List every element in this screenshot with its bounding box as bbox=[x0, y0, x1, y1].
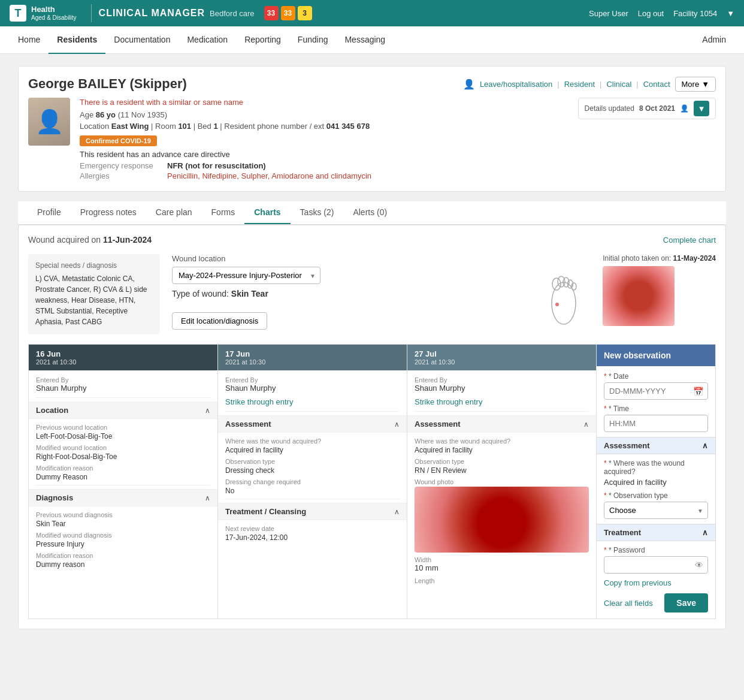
assessment-chevron-new: ∧ bbox=[702, 441, 708, 450]
nav-home[interactable]: Home bbox=[10, 26, 49, 54]
eye-icon[interactable]: 👁 bbox=[695, 560, 703, 570]
logo: T Health Aged & Disability bbox=[10, 5, 77, 22]
expand-button[interactable]: ▼ bbox=[694, 101, 709, 116]
svg-point-6 bbox=[555, 303, 559, 306]
details-updated-date: 8 Oct 2021 bbox=[639, 104, 675, 113]
new-obs-assessment-header[interactable]: Assessment ∧ bbox=[597, 437, 715, 454]
new-obs-treatment-label: Treatment ∧ bbox=[604, 528, 708, 537]
diagnosis-details-1: Previous wound diagnosis Skin Tear Modif… bbox=[36, 506, 210, 569]
clinical-link[interactable]: Clinical bbox=[606, 80, 631, 89]
badge-orange[interactable]: 33 bbox=[281, 6, 295, 20]
logo-text: Health Aged & Disability bbox=[31, 5, 77, 22]
obs-body-2: Entered By Shaun Murphy Strike through e… bbox=[218, 370, 407, 551]
wound-type: Type of wound: Skin Tear bbox=[172, 289, 525, 298]
location-section-1[interactable]: Location ∧ bbox=[29, 402, 217, 419]
assessment-details-3: Where was the wound acquired? Acquired i… bbox=[415, 433, 589, 485]
tab-alerts[interactable]: Alerts (0) bbox=[343, 201, 397, 224]
obs-type-select-wrapper[interactable]: Choose bbox=[604, 502, 708, 519]
assessment-section-3[interactable]: Assessment ∧ bbox=[407, 415, 596, 433]
resident-photo: 👤 bbox=[28, 98, 70, 146]
wound-photo-3[interactable] bbox=[415, 487, 589, 553]
nav-messaging[interactable]: Messaging bbox=[336, 26, 394, 54]
badge-yellow[interactable]: 3 bbox=[298, 6, 312, 20]
chart-section: Wound acquired on 11-Jun-2024 Complete c… bbox=[18, 225, 726, 629]
contact-link[interactable]: Contact bbox=[643, 80, 670, 89]
nav-admin[interactable]: Admin bbox=[694, 26, 734, 54]
complete-chart-link[interactable]: Complete chart bbox=[663, 236, 716, 245]
new-obs-header: New observation bbox=[597, 345, 715, 366]
resident-info-row: 👤 There is a resident with a similar or … bbox=[28, 98, 716, 182]
wound-acquired-val: Acquired in facility bbox=[604, 478, 708, 487]
resident-details: There is a resident with a similar or sa… bbox=[80, 98, 568, 182]
tab-progress-notes[interactable]: Progress notes bbox=[71, 201, 146, 224]
leave-hospitalisation-link[interactable]: Leave/hospitalisation bbox=[480, 80, 552, 89]
password-label: * Password bbox=[604, 546, 708, 554]
wound-location-select: May-2024-Pressure Injury-Posterior bbox=[172, 267, 525, 284]
resident-title-row: George BAILEY (Skipper) 👤 Leave/hospital… bbox=[28, 76, 716, 92]
tab-tasks[interactable]: Tasks (2) bbox=[291, 201, 344, 224]
tabs-bar: Profile Progress notes Care plan Forms C… bbox=[18, 201, 726, 225]
age-row: Age 86 yo (11 Nov 1935) bbox=[80, 110, 568, 119]
location-row: Location East Wing | Room 101 | Bed 1 | … bbox=[80, 122, 568, 131]
nav-funding[interactable]: Funding bbox=[289, 26, 337, 54]
initial-photo-date: 11-May-2024 bbox=[673, 254, 716, 262]
strike-through-2[interactable]: Strike through entry bbox=[225, 397, 293, 406]
details-updated-box: Details updated 8 Oct 2021 👤 ▼ bbox=[578, 98, 716, 119]
more-dropdown-icon: ▼ bbox=[701, 80, 709, 89]
facility-dropdown-icon[interactable]: ▼ bbox=[727, 9, 734, 18]
page-content: George BAILEY (Skipper) 👤 Leave/hospital… bbox=[0, 54, 744, 700]
tab-charts[interactable]: Charts bbox=[244, 201, 290, 224]
assessment-section-2[interactable]: Assessment ∧ bbox=[218, 415, 407, 433]
special-needs-text: L) CVA, Metastatic Colonic CA, Prostrate… bbox=[35, 273, 153, 327]
resident-link[interactable]: Resident bbox=[564, 80, 595, 89]
strike-through-3[interactable]: Strike through entry bbox=[415, 397, 482, 406]
clear-all-link[interactable]: Clear all fields bbox=[604, 599, 653, 608]
main-nav: Home Residents Documentation Medication … bbox=[0, 26, 744, 54]
top-bar: T Health Aged & Disability CLINICAL MANA… bbox=[0, 0, 744, 26]
wound-location-dropdown[interactable]: May-2024-Pressure Injury-Posterior bbox=[172, 267, 320, 284]
tab-profile[interactable]: Profile bbox=[28, 201, 71, 224]
assessment-chevron-2: ∧ bbox=[394, 420, 400, 429]
nav-residents[interactable]: Residents bbox=[49, 26, 105, 54]
details-updated-area: Details updated 8 Oct 2021 👤 ▼ bbox=[578, 98, 716, 182]
nav-reporting[interactable]: Reporting bbox=[236, 26, 289, 54]
edit-location-button[interactable]: Edit location/diagnosis bbox=[172, 312, 267, 330]
obs-type-label: * Observation type bbox=[604, 491, 708, 500]
new-obs-body: * Date 📅 * Time Assessment bbox=[597, 366, 715, 618]
logout-link[interactable]: Log out bbox=[638, 9, 664, 18]
obs-col-3: 27 Jul 2021 at 10:30 Entered By Shaun Mu… bbox=[407, 344, 596, 619]
diagnosis-section-1[interactable]: Diagnosis ∧ bbox=[29, 489, 217, 506]
treatment-section-2[interactable]: Treatment / Cleansing ∧ bbox=[218, 503, 407, 520]
initial-wound-photo[interactable] bbox=[603, 266, 675, 326]
wound-location-label: Wound location bbox=[172, 254, 525, 263]
obs-body-3: Entered By Shaun Murphy Strike through e… bbox=[407, 370, 596, 595]
tab-forms[interactable]: Forms bbox=[202, 201, 245, 224]
password-input[interactable] bbox=[604, 556, 708, 574]
nav-divider bbox=[91, 4, 92, 22]
obs-type-field: * Observation type Choose bbox=[604, 491, 708, 519]
tab-care-plan[interactable]: Care plan bbox=[146, 201, 202, 224]
copy-from-previous-link[interactable]: Copy from previous bbox=[604, 578, 708, 587]
initial-photo-label: Initial photo taken on: 11-May-2024 bbox=[603, 254, 716, 262]
save-button[interactable]: Save bbox=[664, 593, 708, 612]
new-obs-assessment-label: Assessment ∧ bbox=[604, 441, 708, 450]
treatment-chevron-new: ∧ bbox=[702, 528, 708, 537]
wound-header: Wound acquired on 11-Jun-2024 Complete c… bbox=[28, 235, 716, 245]
time-input[interactable] bbox=[604, 415, 708, 432]
new-obs-treatment-header[interactable]: Treatment ∧ bbox=[597, 524, 715, 541]
allergies-val: Penicillin, Nifedipine, Sulpher, Amiodar… bbox=[167, 171, 371, 180]
date-input[interactable] bbox=[604, 382, 708, 400]
more-button[interactable]: More ▼ bbox=[675, 77, 716, 92]
date-input-wrapper: 📅 bbox=[604, 382, 708, 400]
treatment-chevron-2: ∧ bbox=[394, 508, 400, 516]
badge-red[interactable]: 33 bbox=[264, 6, 279, 20]
obs-type-select[interactable]: Choose bbox=[604, 502, 708, 519]
nav-documentation[interactable]: Documentation bbox=[105, 26, 179, 54]
special-needs-label: Special needs / diagnosis bbox=[35, 261, 153, 270]
nav-medication[interactable]: Medication bbox=[179, 26, 236, 54]
user-label: Super User bbox=[589, 9, 628, 18]
facility-label: Facility 1054 bbox=[673, 9, 717, 18]
wound-location-select-input[interactable]: May-2024-Pressure Injury-Posterior bbox=[172, 267, 320, 284]
emergency-row: Emergency response NFR (not for resuscit… bbox=[80, 161, 568, 170]
time-label: * Time bbox=[604, 405, 708, 413]
